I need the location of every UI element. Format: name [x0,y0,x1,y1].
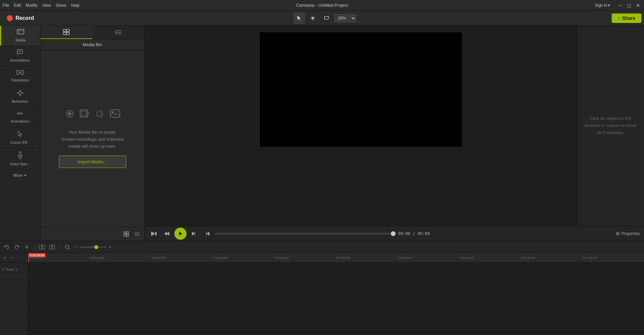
timeline-toolbar: ✕ － ＋ [0,241,644,253]
svg-point-13 [22,92,23,94]
split-button[interactable] [38,243,46,251]
behaviors-icon [17,90,24,98]
svg-marker-59 [4,245,6,247]
properties-button[interactable]: ⚙ Properties [616,231,640,236]
ruler-label: 0:00:30;00 [213,256,228,260]
zoom-out-icon[interactable]: － [73,244,78,250]
svg-rect-44 [124,234,126,236]
import-media-button[interactable]: Import Media... [59,156,126,168]
next-frame-button[interactable] [202,229,212,239]
ruler-tick [466,260,467,262]
sidebar-item-transitions[interactable]: Transitions [0,66,40,86]
zoom-thumb[interactable] [94,245,98,249]
ruler-mark: 0:01:00;00 [398,256,412,262]
record-button[interactable]: Record [3,14,38,23]
playback-bar: 00:00 / 00:00 ⚙ Properties [145,226,644,241]
track-1-label-row: ▾ Track 1 [0,263,28,276]
zoom-slider[interactable] [79,246,106,248]
delete-button[interactable]: ✕ [23,243,31,251]
animations-icon [16,111,24,118]
collapse-arrow-icon[interactable]: ▾ [9,255,15,261]
progress-thumb[interactable] [391,231,396,236]
progress-bar[interactable] [215,233,396,234]
menu-edit[interactable]: Edit [14,3,21,8]
toolbar: Record 28% 50% 100% ↑ Share [0,11,644,26]
audio-split-button[interactable] [48,243,56,251]
ruler-tick [343,260,343,262]
sidebar-item-behaviors[interactable]: Behaviors [0,86,40,107]
title-bar-left: File Edit Modify View Share Help [3,3,79,8]
rewind-button[interactable] [149,229,159,239]
panel-footer [40,227,144,241]
svg-marker-57 [207,232,209,236]
svg-rect-24 [67,29,69,32]
svg-rect-23 [63,29,66,32]
select-tool-button[interactable] [294,13,305,24]
play-button[interactable] [174,228,187,240]
menu-share[interactable]: Share [56,3,66,8]
minimize-button[interactable]: ─ [617,2,624,9]
sign-in-button[interactable]: Sign In ▾ [595,3,610,8]
maximize-button[interactable]: ◻ [626,2,633,9]
timeline-content: 0:00:00:00 0:00:00;000:00:10;000:00:20;0… [28,253,644,335]
timeline-tracks-area[interactable] [28,263,644,335]
empty-media-text: Your Media Bin is empty. Screen recordin… [61,129,124,150]
svg-point-0 [312,17,314,19]
panel-tab-list[interactable] [93,26,145,39]
canvas-area [145,26,577,226]
menu-help[interactable]: Help [71,3,79,8]
svg-point-15 [17,92,19,94]
sidebar-item-animations[interactable]: Animations [0,107,40,127]
properties-hint-text: Click an object on the timeline or canva… [577,108,644,143]
sidebar-item-annotations[interactable]: Annotations [0,46,40,66]
grid-view-button[interactable] [122,229,131,239]
menu-view[interactable]: View [42,3,51,8]
annotations-icon [17,49,24,57]
svg-marker-49 [154,232,157,236]
list-view-button[interactable] [132,229,142,239]
svg-point-32 [68,112,71,115]
ruler-tick [220,260,220,262]
svg-rect-43 [127,232,129,234]
undo-button[interactable] [3,243,11,251]
zoom-in-icon[interactable]: ＋ [108,244,112,250]
redo-button[interactable] [13,243,21,251]
video-media-icon [80,109,90,121]
svg-marker-55 [192,232,195,236]
add-panel-icon[interactable]: + [24,172,27,178]
properties-panel: Click an object on the timeline or canva… [577,26,644,226]
ruler-tick [35,260,36,262]
svg-marker-54 [179,232,182,236]
magnify-button[interactable] [63,243,71,251]
track-5-row [28,316,644,330]
video-preview[interactable] [260,32,462,147]
ruler-label: 0:01:00;00 [398,256,412,260]
sidebar-item-media-label: Media [15,38,26,42]
menu-modify[interactable]: Modify [26,3,37,8]
sidebar-more-row[interactable]: More + [0,170,40,181]
crop-tool-button[interactable] [321,13,332,24]
track-expand-icon[interactable]: ▾ [2,267,4,271]
ruler-tick [405,260,405,262]
sidebar-item-cursor[interactable]: Cursor Eff... [0,127,40,148]
timeline-ruler[interactable]: 0:00:00:00 0:00:00;000:00:10;000:00:20;0… [28,253,644,263]
ruler-label: 0:00:10;00 [90,256,104,260]
window-title: Camtasia - Untitled Project [296,3,348,8]
timeline-tracks-header: + ▾ ▾ Track 1 [0,253,28,335]
menu-file[interactable]: File [3,3,9,8]
share-button[interactable]: ↑ Share [612,13,641,23]
zoom-select[interactable]: 28% 50% 100% [334,14,356,22]
timeline-container: ✕ － ＋ + ▾ ▾ Track 1 [0,241,644,335]
prev-frame-button[interactable] [189,229,199,239]
svg-rect-26 [67,32,69,35]
close-button[interactable]: ✕ [635,2,641,9]
svg-rect-25 [63,32,66,35]
ruler-spacer: + ▾ [0,253,28,263]
svg-marker-39 [97,110,101,118]
sidebar-item-media[interactable]: Media [0,26,40,46]
add-track-button[interactable]: + [1,255,8,261]
panel-tab-grid[interactable] [40,26,93,39]
frame-back-button[interactable] [162,229,172,239]
sidebar-item-voicenarr[interactable]: Voice Narr... [0,148,40,170]
pan-tool-button[interactable] [307,13,318,24]
